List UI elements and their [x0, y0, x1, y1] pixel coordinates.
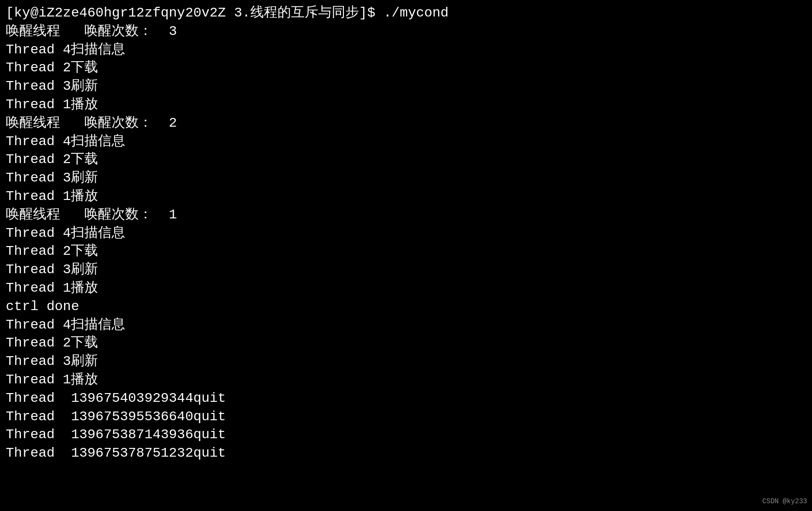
- terminal-line: Thread 4扫描信息: [6, 132, 806, 151]
- terminal-line: Thread 2下载: [6, 334, 806, 352]
- terminal-line: Thread 3刷新: [6, 261, 806, 279]
- terminal-line: Thread 3刷新: [6, 169, 806, 187]
- terminal-line: Thread 139675395536640quit: [6, 408, 806, 426]
- terminal-line: 唤醒线程 唤醒次数： 2: [6, 114, 806, 132]
- terminal-line: Thread 1播放: [6, 371, 806, 389]
- terminal-line: ctrl done: [6, 297, 806, 316]
- terminal-line: Thread 139675403929344quit: [6, 389, 806, 408]
- terminal-line: Thread 2下载: [6, 59, 806, 77]
- terminal-line: Thread 139675378751232quit: [6, 444, 806, 462]
- terminal-line: Thread 1播放: [6, 187, 806, 206]
- terminal-line: Thread 3刷新: [6, 352, 806, 371]
- terminal-line: Thread 3刷新: [6, 77, 806, 96]
- terminal-line: Thread 139675387143936quit: [6, 426, 806, 444]
- terminal-line: 唤醒线程 唤醒次数： 1: [6, 206, 806, 224]
- terminal-output: [ky@iZ2ze460hgr12zfqny20v2Z 3.线程的互斥与同步]$…: [6, 4, 806, 462]
- terminal-line: Thread 1播放: [6, 96, 806, 114]
- terminal-line: 唤醒线程 唤醒次数： 3: [6, 22, 806, 41]
- terminal-line: Thread 4扫描信息: [6, 316, 806, 334]
- terminal-line: Thread 1播放: [6, 279, 806, 297]
- terminal-line: Thread 2下载: [6, 242, 806, 261]
- terminal-line: Thread 4扫描信息: [6, 41, 806, 59]
- watermark: CSDN @ky233: [763, 497, 807, 506]
- terminal-line: [ky@iZ2ze460hgr12zfqny20v2Z 3.线程的互斥与同步]$…: [6, 4, 806, 22]
- terminal-line: Thread 4扫描信息: [6, 224, 806, 243]
- terminal-line: Thread 2下载: [6, 150, 806, 169]
